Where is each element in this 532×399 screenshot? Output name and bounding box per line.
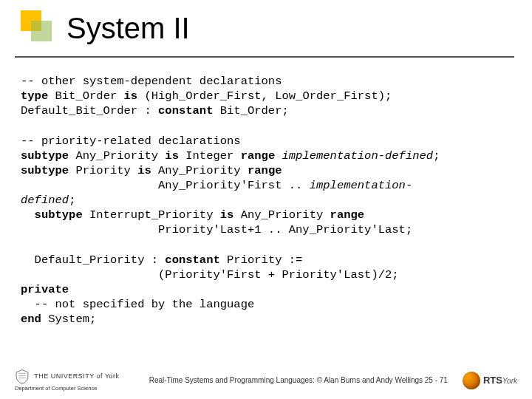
rts-orb-icon — [463, 372, 480, 389]
code-line: -- priority-related declarations — [21, 134, 241, 148]
accent-icon — [21, 15, 41, 35]
kw-range: range — [241, 149, 276, 163]
slide-title: System II — [66, 13, 190, 43]
code-line: -- other system-dependent declarations — [21, 75, 282, 88]
kw-subtype: subtype — [21, 149, 69, 163]
slide: System II -- other system-dependent decl… — [0, 0, 532, 399]
footer-copyright: Real-Time Systems and Programming Langua… — [120, 376, 463, 384]
code-line: -- not specified by the language — [21, 298, 254, 311]
kw-type: type — [21, 89, 48, 103]
kw-is: is — [124, 89, 138, 103]
university-name: THE UNIVERSITY of York — [34, 372, 119, 380]
footer: THE UNIVERSITY of York Department of Com… — [15, 369, 517, 392]
kw-private: private — [21, 283, 69, 296]
code-block: -- other system-dependent declarations t… — [21, 74, 514, 327]
kw-constant: constant — [158, 104, 213, 117]
footer-logo: RTSYork — [463, 372, 517, 389]
code-line: Priority'Last+1 .. Any_Priority'Last; — [21, 223, 412, 236]
code-line: (Priority'First + Priority'Last)/2; — [21, 268, 399, 282]
department-name: Department of Computer Science — [15, 386, 120, 392]
footer-affiliation: THE UNIVERSITY of York Department of Com… — [15, 369, 120, 392]
rts-label: RTSYork — [483, 375, 517, 386]
title-underline — [15, 56, 514, 58]
university-crest-icon — [15, 369, 30, 385]
kw-end: end — [21, 313, 41, 326]
title-region: System II — [21, 10, 190, 40]
